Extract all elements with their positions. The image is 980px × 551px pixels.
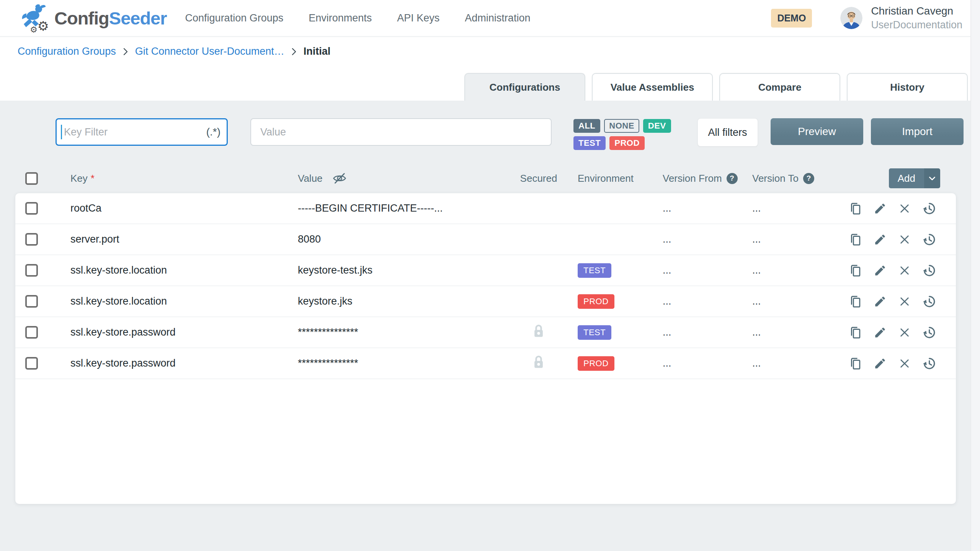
history-icon[interactable] bbox=[922, 264, 936, 277]
nav-item-administration[interactable]: Administration bbox=[465, 12, 530, 24]
delete-x-icon[interactable] bbox=[898, 295, 911, 308]
user-meta[interactable]: Christian Cavegn UserDocumentation bbox=[871, 4, 962, 31]
copy-icon[interactable] bbox=[849, 202, 862, 215]
edit-pencil-icon[interactable] bbox=[873, 233, 887, 246]
main-nav: Configuration Groups Environments API Ke… bbox=[185, 12, 531, 24]
row-checkbox[interactable] bbox=[25, 264, 38, 277]
row-key-cell: ssl.key-store.location bbox=[70, 295, 298, 307]
tab-history[interactable]: History bbox=[847, 73, 968, 101]
help-icon[interactable]: ? bbox=[727, 173, 738, 184]
row-checkbox[interactable] bbox=[25, 295, 38, 308]
copy-icon[interactable] bbox=[849, 264, 862, 277]
copy-icon[interactable] bbox=[849, 233, 862, 246]
history-icon[interactable] bbox=[922, 202, 936, 215]
all-filters-button[interactable]: All filters bbox=[697, 118, 758, 147]
edit-pencil-icon[interactable] bbox=[873, 202, 887, 215]
row-checkbox[interactable] bbox=[25, 233, 38, 246]
chip-prod[interactable]: PROD bbox=[609, 136, 645, 150]
row-environment-cell: PROD bbox=[559, 356, 663, 371]
column-header-key: Key * bbox=[70, 173, 298, 184]
preview-button[interactable]: Preview bbox=[771, 118, 863, 145]
user-avatar[interactable] bbox=[840, 7, 862, 29]
delete-x-icon[interactable] bbox=[898, 326, 911, 339]
brand-name-seeder: Seeder bbox=[109, 8, 167, 28]
import-button[interactable]: Import bbox=[871, 118, 964, 145]
row-checkbox[interactable] bbox=[25, 202, 38, 215]
row-key-cell: ssl.key-store.password bbox=[70, 326, 298, 338]
history-icon[interactable] bbox=[922, 357, 936, 370]
tab-compare[interactable]: Compare bbox=[719, 73, 840, 101]
row-key-cell: rootCa bbox=[70, 202, 298, 214]
tab-value-assemblies[interactable]: Value Assemblies bbox=[592, 73, 713, 101]
key-filter-wrapper: (.*) bbox=[56, 118, 228, 146]
chip-test[interactable]: TEST bbox=[573, 136, 606, 150]
breadcrumb: Configuration Groups Git Connector User-… bbox=[0, 37, 980, 61]
chevron-down-icon[interactable] bbox=[924, 168, 940, 188]
row-checkbox[interactable] bbox=[25, 357, 38, 370]
history-icon[interactable] bbox=[922, 233, 936, 246]
row-select-cell bbox=[25, 233, 38, 246]
table-row: ssl.key-store.location keystore.jks PROD… bbox=[15, 286, 956, 317]
config-value: keystore.jks bbox=[298, 295, 353, 307]
brand-logo[interactable]: ⚙ ⚙ ConfigSeeder bbox=[19, 3, 167, 33]
row-checkbox[interactable] bbox=[25, 326, 38, 339]
config-value: 8080 bbox=[298, 233, 321, 245]
value-filter-input[interactable] bbox=[250, 118, 552, 146]
version-to-value: ... bbox=[752, 295, 761, 307]
environment-badge: PROD bbox=[578, 356, 614, 371]
copy-icon[interactable] bbox=[849, 357, 862, 370]
add-split-button[interactable]: Add bbox=[889, 168, 940, 188]
gear-icon: ⚙ bbox=[30, 26, 38, 34]
add-button[interactable]: Add bbox=[889, 168, 924, 188]
table-row: rootCa -----BEGIN CERTIFICATE-----... ..… bbox=[15, 193, 956, 224]
breadcrumb-configuration-group[interactable]: Git Connector User-Document… bbox=[135, 46, 284, 57]
row-version-from-cell: ... bbox=[663, 233, 752, 245]
edit-pencil-icon[interactable] bbox=[873, 357, 887, 370]
delete-x-icon[interactable] bbox=[898, 202, 911, 215]
history-icon[interactable] bbox=[922, 326, 936, 339]
edit-pencil-icon[interactable] bbox=[873, 326, 887, 339]
copy-icon[interactable] bbox=[849, 326, 862, 339]
column-header-version-from: Version From ? bbox=[663, 173, 752, 184]
version-from-value: ... bbox=[663, 202, 671, 214]
chip-none[interactable]: NONE bbox=[604, 119, 639, 133]
table-rows: rootCa -----BEGIN CERTIFICATE-----... ..… bbox=[15, 193, 956, 379]
tab-bar: Configurations Value Assemblies Compare … bbox=[0, 61, 980, 101]
select-all-cell bbox=[25, 172, 38, 185]
nav-item-environments[interactable]: Environments bbox=[309, 12, 372, 24]
edit-pencil-icon[interactable] bbox=[873, 295, 887, 308]
scrollbar[interactable] bbox=[970, 0, 980, 551]
config-key: server.port bbox=[70, 233, 119, 245]
row-select-cell bbox=[25, 357, 38, 370]
config-value: -----BEGIN CERTIFICATE-----... bbox=[298, 202, 443, 214]
user-organization: UserDocumentation bbox=[871, 18, 962, 32]
breadcrumb-configuration-groups[interactable]: Configuration Groups bbox=[18, 46, 116, 57]
version-to-label: Version To bbox=[752, 173, 799, 184]
row-secured-cell bbox=[519, 262, 559, 279]
filter-toolbar: (.*) ALL NONE DEV TEST PROD All filters … bbox=[56, 118, 964, 150]
environment-badge: TEST bbox=[578, 325, 611, 340]
row-secured-cell bbox=[519, 324, 559, 341]
row-select-cell bbox=[25, 202, 38, 215]
delete-x-icon[interactable] bbox=[898, 357, 911, 370]
key-filter-input[interactable] bbox=[56, 118, 228, 146]
row-secured-cell bbox=[519, 293, 559, 310]
row-version-to-cell: ... bbox=[752, 264, 761, 276]
delete-x-icon[interactable] bbox=[898, 264, 911, 277]
help-icon[interactable]: ? bbox=[803, 173, 814, 184]
row-value-cell: 8080 bbox=[298, 233, 519, 245]
toggle-value-visibility-icon[interactable] bbox=[333, 171, 346, 185]
tab-configurations[interactable]: Configurations bbox=[464, 73, 585, 101]
nav-item-api-keys[interactable]: API Keys bbox=[397, 12, 439, 24]
edit-pencil-icon[interactable] bbox=[873, 264, 887, 277]
chip-all[interactable]: ALL bbox=[573, 119, 600, 133]
delete-x-icon[interactable] bbox=[898, 233, 911, 246]
nav-item-configuration-groups[interactable]: Configuration Groups bbox=[185, 12, 284, 24]
row-secured-cell bbox=[519, 200, 559, 217]
select-all-checkbox[interactable] bbox=[25, 172, 38, 185]
copy-icon[interactable] bbox=[849, 295, 862, 308]
demo-badge: DEMO bbox=[771, 9, 812, 28]
history-icon[interactable] bbox=[922, 295, 936, 308]
table-row: ssl.key-store.password *************** P… bbox=[15, 348, 956, 379]
chip-dev[interactable]: DEV bbox=[643, 119, 671, 133]
